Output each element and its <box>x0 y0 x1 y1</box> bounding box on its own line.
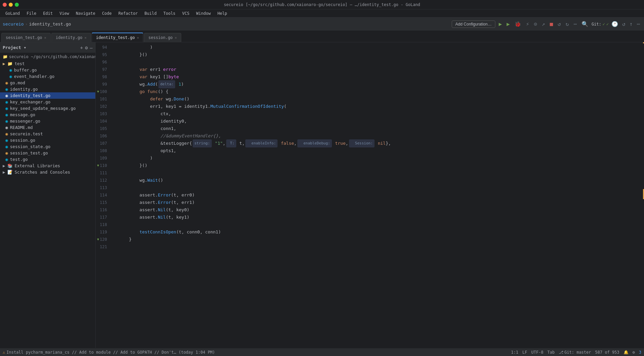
git-rollback-icon[interactable]: ↺ <box>621 20 627 28</box>
coverage-icon[interactable]: ⊙ <box>533 20 539 28</box>
sidebar-add-icon[interactable]: + <box>80 45 83 50</box>
git-more-icon[interactable]: ⋯ <box>635 20 641 28</box>
profile-icon[interactable]: ⚡ <box>525 20 531 28</box>
sidebar-item-key-exchanger[interactable]: ◉ key_exchanger.go <box>0 99 95 105</box>
status-charset[interactable]: UTF-8 <box>531 350 543 355</box>
git-branch-icon: ⎇ <box>559 350 563 355</box>
sidebar-list[interactable]: ▶ 📁 test ◉ buffer.go ◉ event_handler.go … <box>0 60 95 348</box>
ln-121: 121 <box>98 243 110 251</box>
sidebar-item-test-go[interactable]: ◉ test.go <box>0 156 95 163</box>
ln-119: 119 <box>98 228 110 236</box>
sidebar-item-session[interactable]: ◉ session.go <box>0 137 95 143</box>
code-line-114: assert.Error(t, err0) <box>113 191 644 199</box>
menu-navigate[interactable]: Navigate <box>73 10 98 16</box>
code-content[interactable]: ) }() var err1 error <box>113 42 644 348</box>
menu-code[interactable]: Code <box>99 10 114 16</box>
status-line-count[interactable]: 587 of 953 <box>595 350 619 355</box>
menu-help[interactable]: Help <box>215 10 230 16</box>
menu-edit[interactable]: Edit <box>40 10 55 16</box>
sidebar-item-event-handler[interactable]: ◉ event_handler.go <box>0 73 95 80</box>
status-encoding[interactable]: LF <box>523 350 527 355</box>
menu-build[interactable]: Build <box>142 10 159 16</box>
tab-identity[interactable]: identity.go × <box>51 33 91 42</box>
code-line-116: assert.Nil(t, key0) <box>113 206 644 214</box>
ln-96: 96 <box>98 58 110 66</box>
window-controls[interactable] <box>3 3 19 7</box>
sidebar-item-label: buffer.go <box>14 68 37 73</box>
folder-arrow-icon: ▶ <box>3 61 5 66</box>
go-file-icon: ◉ <box>5 144 8 149</box>
run-icon[interactable]: ▶ <box>497 20 503 28</box>
tab-close-icon[interactable]: × <box>137 36 139 40</box>
menu-refactor[interactable]: Refactor <box>116 10 141 16</box>
breadcrumb-project[interactable]: secureio <box>3 21 24 27</box>
sidebar-item-scratches[interactable]: ▶ 📝 Scratches and Consoles <box>0 169 95 175</box>
menu-tools[interactable]: Tools <box>161 10 178 16</box>
folder-icon: ▶ <box>3 163 5 168</box>
update-icon[interactable]: ↻ <box>564 20 570 28</box>
ln-97: 97 <box>98 66 110 73</box>
status-indent[interactable]: Tab <box>547 350 555 355</box>
sidebar-item-gomod[interactable]: ◉ go.mod <box>0 80 95 86</box>
sidebar: Project ▾ + ⚙ – 📁 secureio ~/go/src/gith… <box>0 42 96 348</box>
git-history-icon[interactable]: 🕐 <box>610 20 620 28</box>
sidebar-item-identity-test[interactable]: ◉ identity_test.go <box>0 92 95 99</box>
rerun-icon[interactable]: ↺ <box>556 20 562 28</box>
search-everywhere-icon[interactable]: 🔍 <box>580 20 590 28</box>
tab-close-icon[interactable]: × <box>175 36 177 40</box>
sidebar-item-identity[interactable]: ◉ identity.go <box>0 86 95 92</box>
sidebar-item-key-seed[interactable]: ◉ key_seed_update_message.go <box>0 105 95 112</box>
code-editor[interactable]: 94 95 96 97 98 99 ▼100 101 102 103 104 1… <box>96 42 644 348</box>
debug-icon[interactable]: 🐞 <box>513 20 523 28</box>
git-push-icon[interactable]: ↑ <box>628 20 634 28</box>
git-branch-label: Git: master <box>564 350 591 355</box>
status-indent-settings[interactable]: ⚙ <box>633 350 635 355</box>
run-controls: Add Configuration… ▶ ▶ 🐞 ⚡ ⊙ ↗ ■ ↺ ↻ ⋯ 🔍… <box>452 20 641 28</box>
sidebar-item-messenger[interactable]: ◉ messenger.go <box>0 118 95 124</box>
editor-outer[interactable]: 94 95 96 97 98 99 ▼100 101 102 103 104 1… <box>96 42 644 348</box>
run-coverage-icon[interactable]: ▶ <box>505 20 511 28</box>
sidebar-item-external-libraries[interactable]: ▶ 📚 External Libraries <box>0 163 95 169</box>
sidebar-item-test[interactable]: ▶ 📁 test <box>0 60 95 67</box>
code-line-112: wg.Wait() <box>113 177 644 184</box>
sidebar-item-readme[interactable]: ◉ README.md <box>0 124 95 131</box>
code-line-105: conn1, <box>113 125 644 132</box>
menu-window[interactable]: Window <box>194 10 213 16</box>
tab-close-icon[interactable]: × <box>44 36 46 40</box>
tab-close-icon[interactable]: × <box>84 36 87 40</box>
menu-goland[interactable]: GoLand <box>3 10 22 16</box>
ln-116: 116 <box>98 206 110 214</box>
sidebar-item-session-test[interactable]: ◉ session_test.go <box>0 150 95 156</box>
sidebar-config-icon[interactable]: ⚙ <box>85 45 88 50</box>
status-notifications[interactable]: 🔔 <box>624 350 629 355</box>
more-icon[interactable]: ⋯ <box>572 20 578 28</box>
add-configuration-button[interactable]: Add Configuration… <box>452 20 495 28</box>
test-file-icon: ◉ <box>5 93 8 98</box>
stop-icon[interactable]: ■ <box>548 20 554 28</box>
ln-99: 99 <box>98 81 110 88</box>
status-cursor[interactable]: 1:1 <box>511 350 518 355</box>
tab-identity-test[interactable]: identity_test.go × <box>92 33 143 42</box>
hint-session: Session: <box>349 139 375 147</box>
breadcrumb-file[interactable]: identity_test.go <box>29 21 71 27</box>
minimize-button[interactable] <box>9 3 13 7</box>
sidebar-item-message[interactable]: ◉ message.go <box>0 112 95 118</box>
menu-file[interactable]: File <box>24 10 39 16</box>
md-file-icon: ◉ <box>5 125 8 130</box>
sidebar-item-secureio-test[interactable]: ◉ secureio.test <box>0 131 95 137</box>
git-branch[interactable]: ⎇ Git: master <box>559 350 591 355</box>
tab-session[interactable]: session.go × <box>144 33 181 42</box>
menu-vcs[interactable]: VCS <box>180 10 192 16</box>
code-line-100: go func() { <box>113 88 644 95</box>
sidebar-minimize-icon[interactable]: – <box>90 45 93 50</box>
close-button[interactable] <box>3 3 7 7</box>
sidebar-item-buffer[interactable]: ◉ buffer.go <box>0 67 95 73</box>
code-line-120: } <box>113 236 644 243</box>
attach-icon[interactable]: ↗ <box>541 20 547 28</box>
maximize-button[interactable] <box>15 3 19 7</box>
menu-view[interactable]: View <box>57 10 72 16</box>
status-message[interactable]: Install pycharm_mariana_cs // Add to mod… <box>6 350 215 355</box>
sidebar-item-session-state[interactable]: ◉ session_state.go <box>0 143 95 150</box>
tab-session-test[interactable]: session_test.go × <box>1 33 51 42</box>
sidebar-item-label: identity.go <box>10 87 38 92</box>
